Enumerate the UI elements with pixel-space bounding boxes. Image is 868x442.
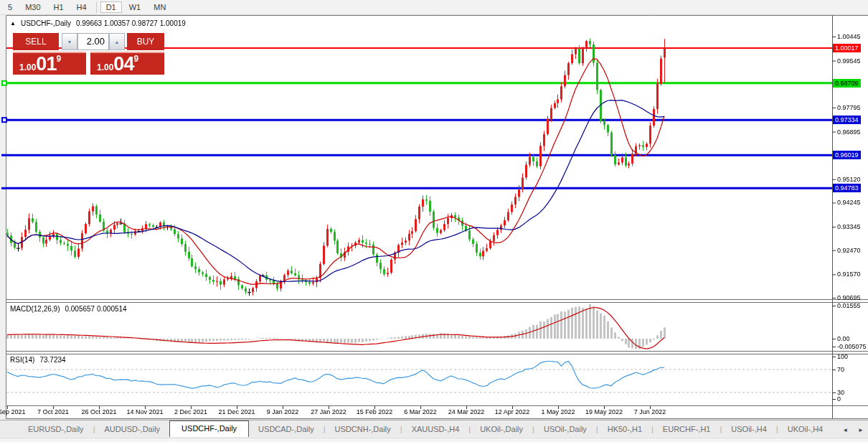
- mt4-chart-window: 5M30H1H4D1W1MN ▲ USDCHF-,Daily 0.99663 1…: [0, 0, 868, 442]
- macd-indicator-label: MACD(12,26,9) 0.005657 0.000514: [10, 305, 127, 313]
- chart-legend: ▲ USDCHF-,Daily 0.99663 1.00357 0.98727 …: [10, 19, 186, 27]
- bottom-tab-audusd-daily[interactable]: AUDUSD-,Daily: [95, 422, 169, 437]
- rsi-axis-label: 0: [837, 395, 841, 403]
- date-axis-label: 14 Nov 2021: [126, 408, 163, 415]
- price-line-label: 0.98709: [833, 79, 861, 88]
- price-axis-label: 0.91570: [837, 271, 861, 278]
- buy-price-big: 04: [113, 53, 133, 75]
- bottom-tab-usdcad-daily[interactable]: USDCAD-,Daily: [249, 422, 324, 437]
- date-axis-label: 21 Dec 2021: [218, 408, 255, 415]
- price-axis-label: 0.94245: [837, 199, 861, 206]
- status-strip: [0, 438, 868, 442]
- date-axis-label: 1 May 2022: [541, 408, 575, 415]
- bottom-tab-usdchf-daily[interactable]: USDCHF-,Daily: [169, 420, 249, 437]
- price-axis-label: 0.90695: [837, 294, 861, 301]
- bottom-tab-ukoil-daily[interactable]: UKOil-,Daily: [471, 422, 532, 437]
- macd-values: 0.005657 0.000514: [65, 305, 126, 313]
- one-click-trade-panel: SELL ▼ 2.00 ▲ BUY 1.00 01 9 1.00 04 9: [13, 33, 164, 75]
- price-axis-label: 0.95120: [837, 176, 861, 183]
- tab-scroll-right-icon[interactable]: ►: [858, 427, 864, 433]
- bottom-tab-usoil-h4[interactable]: USOil-,H4: [722, 422, 776, 437]
- toolbar-separator: [96, 2, 97, 13]
- bottom-tab-usoil-daily[interactable]: USOil-,Daily: [534, 422, 596, 437]
- tab-scroll-left-icon[interactable]: ◄: [842, 427, 848, 433]
- rsi-name: RSI(14): [10, 356, 34, 364]
- date-axis-label: 15 Feb 2022: [357, 408, 393, 415]
- macd-name: MACD(12,26,9): [10, 305, 60, 313]
- sell-button[interactable]: SELL: [13, 33, 59, 50]
- price-axis-label: 0.96895: [837, 128, 861, 136]
- bottom-tab-ukoil-h4[interactable]: UKOil-,H4: [778, 422, 833, 437]
- macd-axis-label: -0.005075: [837, 343, 867, 350]
- buy-price-prefix: 1.00: [97, 62, 113, 72]
- chart-ohlc-values: 0.99663 1.00357 0.98727 1.00019: [76, 19, 186, 27]
- rsi-value: 73.7234: [39, 356, 65, 364]
- toolbar-timeframe-mn[interactable]: MN: [148, 1, 171, 13]
- date-axis-label: 24 Mar 2022: [448, 408, 485, 415]
- bottom-tab-hk50-h1[interactable]: HK50-,H1: [598, 422, 651, 437]
- spin-down-icon: ▼: [67, 39, 72, 44]
- toolbar-timeframe-m30[interactable]: M30: [19, 1, 46, 13]
- date-axis-label: 9 Jan 2022: [267, 408, 299, 415]
- tab-scroll-controls: ◄ ►: [842, 427, 864, 433]
- price-line-label: 1.00017: [833, 44, 861, 52]
- rsi-indicator-label: RSI(14) 73.7234: [10, 356, 66, 364]
- chart-symbol-title: USDCHF-,Daily: [21, 19, 71, 27]
- date-axis-label: 12 Apr 2022: [495, 408, 530, 415]
- sell-price-prefix: 1.00: [19, 62, 36, 72]
- macd-axis-label: 0.00: [837, 335, 850, 342]
- bottom-tab-eurchf-h1[interactable]: EURCHF-,H1: [654, 422, 720, 437]
- spin-up-icon: ▲: [115, 39, 120, 44]
- toolbar-timeframe-h4[interactable]: H4: [71, 1, 93, 13]
- bottom-tab-xauusd-h4[interactable]: XAUUSD-,H4: [402, 422, 469, 437]
- timeframe-toolbar: 5M30H1H4D1W1MN: [0, 0, 868, 15]
- toolbar-timeframe-5[interactable]: 5: [2, 1, 18, 13]
- sell-price-pip: 9: [56, 54, 61, 64]
- macd-axis-label: 0.01555: [837, 302, 861, 309]
- sell-price-big: 01: [36, 53, 56, 75]
- price-axis-label: 1.00445: [837, 33, 861, 40]
- volume-increase-button[interactable]: ▲: [109, 33, 125, 50]
- price-line-label: 0.94783: [833, 184, 861, 192]
- price-axis-label: 0.97795: [837, 104, 861, 111]
- date-axis-label: 7 Oct 2021: [37, 408, 69, 415]
- buy-button[interactable]: BUY: [127, 33, 164, 50]
- price-axis-label: 0.99545: [837, 57, 861, 65]
- volume-input[interactable]: 2.00: [77, 33, 109, 50]
- date-axis-label: 2 Dec 2021: [174, 408, 207, 415]
- date-axis-label: 26 Oct 2021: [81, 408, 116, 415]
- date-axis-label: 19 May 2022: [585, 408, 623, 415]
- date-axis-label: 27 Jan 2022: [311, 408, 346, 415]
- volume-decrease-button[interactable]: ▼: [62, 33, 77, 50]
- buy-price-display[interactable]: 1.00 04 9: [90, 52, 164, 75]
- sell-price-display[interactable]: 1.00 01 9: [13, 52, 86, 75]
- date-axis-label: 6 Mar 2022: [404, 408, 437, 415]
- toolbar-timeframe-h1[interactable]: H1: [48, 1, 70, 13]
- date-axis-label: 19 Sep 2021: [0, 408, 26, 415]
- rsi-axis-label: 100: [837, 353, 848, 360]
- rsi-axis-label: 70: [837, 366, 844, 373]
- price-axis-label: 0.92470: [837, 247, 861, 254]
- bottom-tab-usdcnh-daily[interactable]: USDCNH-,Daily: [326, 422, 400, 437]
- bottom-tab-eurusd-daily[interactable]: EURUSD-,Daily: [19, 422, 93, 437]
- collapse-trade-panel-icon[interactable]: ▲: [10, 20, 16, 27]
- toolbar-timeframe-w1[interactable]: W1: [123, 1, 147, 13]
- date-axis-label: 7 Jun 2022: [634, 408, 666, 415]
- price-axis-label: 0.93345: [837, 223, 861, 230]
- buy-price-pip: 9: [133, 54, 138, 64]
- price-line-label: 0.97334: [833, 116, 861, 124]
- symbol-tabs-bar: EURUSD-,Daily|AUDUSD-,DailyUSDCHF-,Daily…: [0, 420, 868, 437]
- toolbar-timeframe-d1[interactable]: D1: [100, 1, 122, 13]
- price-line-label: 0.96019: [833, 151, 861, 159]
